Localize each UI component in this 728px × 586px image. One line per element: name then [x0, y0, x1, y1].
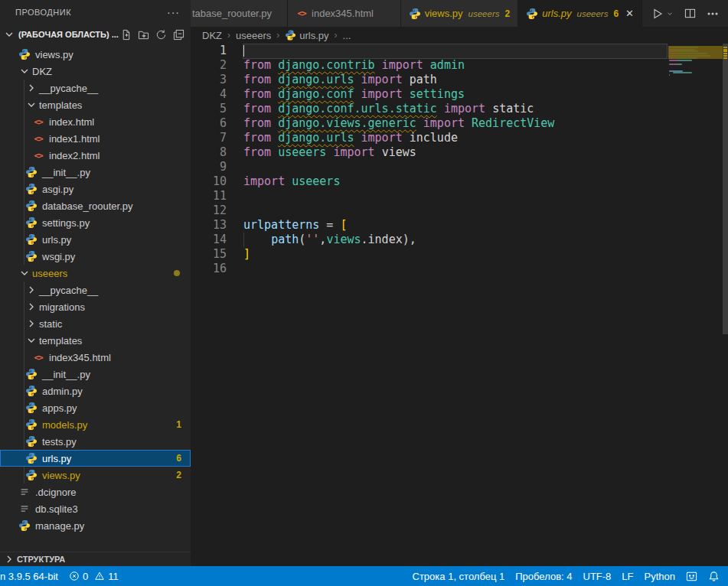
code-line-5[interactable]: 5from django.conf.urls.static import sta…	[191, 102, 728, 116]
tab-database-roouter[interactable]: tabase_roouter.py	[191, 0, 288, 27]
line-number[interactable]: 12	[191, 203, 227, 218]
line-number[interactable]: 13	[191, 218, 227, 233]
line-number[interactable]: 9	[191, 160, 227, 174]
tree-item-label: tests.py	[42, 436, 77, 448]
tab-views[interactable]: views.py useeers 2	[401, 0, 518, 27]
run-button[interactable]	[651, 8, 664, 20]
code-line-4[interactable]: 4from django.conf import settings	[191, 87, 728, 102]
tree-item-templates[interactable]: templates	[0, 332, 191, 349]
breadcrumb-item-dkz[interactable]: DKZ	[202, 30, 222, 41]
vscode-window: ПРОВОДНИК ··· (РАБОЧАЯ ОБЛАСТЬ) ... view…	[0, 0, 728, 586]
breadcrumb-item-symbol[interactable]: ...	[343, 30, 351, 41]
more-actions-button[interactable]	[707, 8, 719, 20]
tree-item-index2-html[interactable]: <>index2.html	[0, 147, 191, 164]
tree-item-migrations[interactable]: migrations	[0, 298, 191, 315]
outline-section-header[interactable]: СТРУКТУРА	[0, 552, 191, 566]
tab-urls[interactable]: urls.py useeers 6 ✕	[518, 0, 642, 27]
tree-item-views-py[interactable]: views.py2	[0, 467, 191, 483]
tree-item--pycache-[interactable]: __pycache__	[0, 282, 191, 298]
line-number[interactable]: 14	[191, 233, 227, 247]
problems-item[interactable]: 0 11	[64, 571, 124, 582]
tree-item-urls-py[interactable]: urls.py6	[0, 450, 191, 467]
tree-item-templates[interactable]: templates	[0, 96, 191, 113]
explorer-more-actions-icon[interactable]: ···	[167, 6, 180, 18]
code-line-15[interactable]: 15]	[191, 247, 728, 262]
explorer-title: ПРОВОДНИК	[15, 8, 71, 17]
workspace-section-header[interactable]: (РАБОЧАЯ ОБЛАСТЬ) ...	[0, 24, 191, 44]
line-number[interactable]: 5	[191, 102, 227, 116]
python-interpreter-item[interactable]: n 3.9.5 64-bit	[0, 571, 64, 582]
line-number[interactable]: 4	[191, 87, 227, 102]
tree-item-models-py[interactable]: models.py1	[0, 416, 191, 433]
tree-item-views-py[interactable]: views.py	[0, 46, 191, 63]
line-number[interactable]: 6	[191, 116, 227, 131]
cursor-position-item[interactable]: Строка 1, столбец 1	[413, 571, 511, 582]
code-line-14[interactable]: 14 path('',views.index),	[191, 233, 728, 247]
new-file-icon[interactable]	[120, 29, 132, 41]
line-number[interactable]: 8	[191, 145, 227, 160]
tree-item-tests-py[interactable]: tests.py	[0, 433, 191, 450]
tree-item--init-py[interactable]: __init__.py	[0, 366, 191, 383]
new-folder-icon[interactable]	[138, 29, 149, 41]
code-line-1[interactable]: 1	[191, 44, 728, 58]
line-number[interactable]: 16	[191, 262, 227, 276]
tree-item-admin-py[interactable]: admin.py	[0, 383, 191, 399]
tree-item-index1-html[interactable]: <>index1.html	[0, 130, 191, 147]
problems-badge: 1	[176, 419, 181, 430]
line-number[interactable]: 2	[191, 58, 227, 73]
split-editor-button[interactable]	[684, 8, 696, 19]
code-line-13[interactable]: 13urlpatterns = [	[191, 218, 728, 233]
tree-item-asgi-py[interactable]: asgi.py	[0, 181, 191, 197]
code-line-7[interactable]: 7from django.urls import include	[191, 131, 728, 145]
tree-item--init-py[interactable]: __init__.py	[0, 164, 191, 181]
line-number[interactable]: 15	[191, 247, 227, 262]
language-mode-item[interactable]: Python	[639, 571, 681, 582]
tree-item--dcignore[interactable]: .dcignore	[0, 483, 191, 500]
code-line-2[interactable]: 2from django.contrib import admin	[191, 58, 728, 73]
minimap[interactable]	[668, 44, 720, 135]
notifications-bell-icon[interactable]	[703, 571, 725, 582]
breadcrumb-item-useeers[interactable]: useeers	[236, 30, 271, 41]
tree-item-index-html[interactable]: <>index.html	[0, 113, 191, 130]
code-line-12[interactable]: 12	[191, 203, 728, 218]
code-line-10[interactable]: 10import useeers	[191, 174, 728, 189]
line-number[interactable]: 1	[191, 44, 227, 58]
tab-index345[interactable]: <> index345.html	[288, 0, 401, 27]
scrollbar-slider[interactable]	[723, 44, 728, 334]
tree-item-db-sqlite3[interactable]: db.sqlite3	[0, 500, 191, 517]
feedback-icon[interactable]	[681, 571, 703, 582]
tree-item-useeers[interactable]: useeers	[0, 265, 191, 282]
tree-item-label: __init__.py	[42, 369, 90, 380]
tree-item-database-roouter-py[interactable]: database_roouter.py	[0, 197, 191, 214]
code-editor[interactable]: 12from django.contrib import admin3from …	[191, 44, 728, 566]
tree-item-dkz[interactable]: DKZ	[0, 63, 191, 80]
collapse-all-icon[interactable]	[173, 29, 184, 41]
tree-item-wsgi-py[interactable]: wsgi.py	[0, 248, 191, 265]
code-line-8[interactable]: 8from useeers import views	[191, 145, 728, 160]
line-number[interactable]: 11	[191, 189, 227, 203]
tree-item-settings-py[interactable]: settings.py	[0, 214, 191, 231]
tree-item-apps-py[interactable]: apps.py	[0, 399, 191, 416]
code-line-3[interactable]: 3from django.urls import path	[191, 73, 728, 87]
tree-item-manage-py[interactable]: manage.py	[0, 517, 191, 534]
code-line-16[interactable]: 16	[191, 262, 728, 276]
run-dropdown-button[interactable]	[666, 10, 674, 18]
tree-item-index345-html[interactable]: <>index345.html	[0, 349, 191, 366]
code-line-9[interactable]: 9	[191, 160, 728, 174]
encoding-item[interactable]: UTF-8	[578, 571, 617, 582]
close-icon[interactable]: ✕	[625, 8, 634, 18]
indentation-item[interactable]: Пробелов: 4	[510, 571, 577, 582]
code-line-6[interactable]: 6from django.views.generic import Redire…	[191, 116, 728, 131]
refresh-icon[interactable]	[155, 29, 167, 41]
code-text: from django.conf import settings	[243, 87, 465, 102]
line-number[interactable]: 10	[191, 174, 227, 189]
breadcrumb-item-file[interactable]: urls.py	[299, 30, 328, 41]
tree-item-static[interactable]: static	[0, 315, 191, 332]
eol-item[interactable]: LF	[616, 571, 638, 582]
tree-item-urls-py[interactable]: urls.py	[0, 231, 191, 248]
tree-item--pycache-[interactable]: __pycache__	[0, 80, 191, 96]
code-line-11[interactable]: 11	[191, 189, 728, 203]
line-number[interactable]: 3	[191, 73, 227, 87]
scrollbar[interactable]	[723, 44, 728, 566]
line-number[interactable]: 7	[191, 131, 227, 145]
